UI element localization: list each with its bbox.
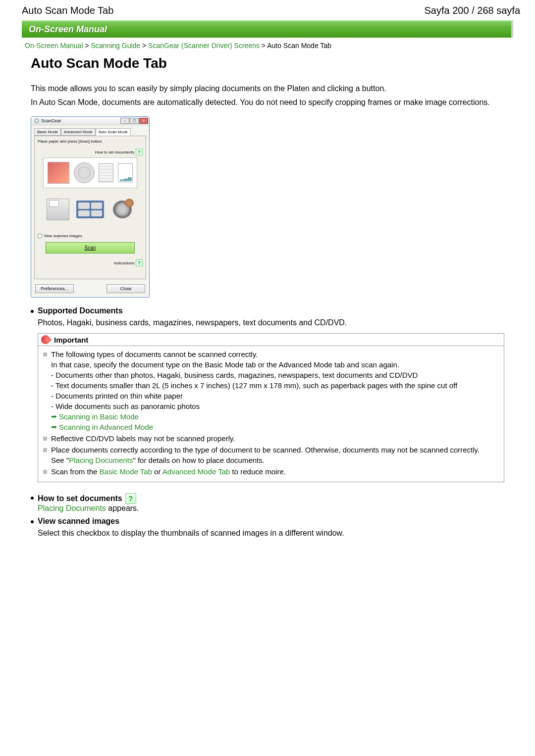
help-icon[interactable]: ? <box>136 149 143 155</box>
document-thumbnails-row-1 <box>43 157 137 188</box>
how-to-set-label: How to set documents <box>95 150 134 154</box>
link-scanning-basic-mode[interactable]: Scanning in Basic Mode <box>59 411 139 422</box>
close-button[interactable]: Close <box>107 284 145 293</box>
scan-button[interactable]: Scan <box>46 242 135 253</box>
important-label: Important <box>54 336 88 344</box>
preferences-button[interactable]: Preferences... <box>35 284 74 293</box>
breadcrumb-link-screens[interactable]: ScanGear (Scanner Driver) Screens <box>148 42 260 50</box>
important-box: Important The following types of documen… <box>38 333 504 482</box>
text-doc-thumbnail-icon <box>99 163 113 182</box>
important-item-4: Scan from the Basic Mode Tab or Advanced… <box>51 466 286 477</box>
important-item-1b: In that case, specify the document type … <box>51 359 457 370</box>
important-item-3b: See "Placing Documents" for details on h… <box>51 455 480 465</box>
cards-thumbnail-icon <box>76 201 104 218</box>
important-item-1d: - Text documents smaller than 2L (5 inch… <box>51 380 457 391</box>
close-window-button[interactable]: ✕ <box>139 118 148 124</box>
document-thumbnails-row-2 <box>43 194 137 225</box>
minimize-button[interactable]: – <box>120 118 129 124</box>
bullet-icon <box>31 520 34 523</box>
maximize-button[interactable]: ▢ <box>130 118 139 124</box>
breadcrumb-link-manual[interactable]: On-Screen Manual <box>25 42 83 50</box>
supported-documents-heading: Supported Documents <box>38 306 504 315</box>
square-bullet-icon <box>43 353 47 356</box>
scangear-screenshot: ScanGear – ▢ ✕ Basic Mode Advanced Mode … <box>31 116 150 298</box>
place-paper-text: Place paper and press [Scan] button. <box>38 139 143 144</box>
cd-thumbnail-icon <box>74 162 95 183</box>
photo-thumbnail-icon <box>48 162 69 184</box>
breadcrumb-link-guide[interactable]: Scanning Guide <box>91 42 140 50</box>
intro-p2: In Auto Scan Mode, documents are automat… <box>31 97 504 108</box>
how-to-set-heading: How to set documents <box>38 494 122 503</box>
instructions-label: Instructions <box>114 261 134 265</box>
link-scanning-advanced-mode[interactable]: Scanning in Advanced Mode <box>59 422 153 432</box>
tab-auto-scan-mode[interactable]: Auto Scan Mode <box>96 128 131 136</box>
view-scanned-checkbox-input[interactable] <box>38 234 42 238</box>
view-scanned-heading: View scanned images <box>38 517 504 526</box>
tab-basic-mode[interactable]: Basic Mode <box>34 128 61 136</box>
bullet-icon <box>31 497 34 500</box>
help-icon[interactable]: ? <box>125 493 136 504</box>
view-scanned-checkbox[interactable]: View scanned images <box>38 234 143 238</box>
page-title: Auto Scan Mode Tab <box>31 55 504 71</box>
important-icon <box>41 335 51 344</box>
help-icon[interactable]: ? <box>136 259 143 266</box>
header-left: Auto Scan Mode Tab <box>22 5 113 16</box>
link-advanced-mode-tab[interactable]: Advanced Mode Tab <box>162 467 230 476</box>
link-placing-documents[interactable]: Placing Documents <box>38 504 106 512</box>
important-item-2: Reflective CD/DVD labels may not be scan… <box>51 433 235 444</box>
square-bullet-icon <box>43 448 47 452</box>
arrow-icon: ➡ <box>51 422 57 432</box>
link-placing-documents[interactable]: Placing Documents <box>69 456 133 464</box>
arrow-icon: ➡ <box>51 412 57 422</box>
breadcrumb-current: Auto Scan Mode Tab <box>267 42 331 50</box>
square-bullet-icon <box>43 470 47 474</box>
view-scanned-text: Select this checkbox to display the thum… <box>38 529 504 538</box>
how-to-set-text: Placing Documents appears. <box>38 504 504 513</box>
square-bullet-icon <box>43 437 47 441</box>
hagaki-thumbnail-icon <box>47 199 69 220</box>
header-right: Sayfa 200 / 268 sayfa <box>425 5 520 16</box>
important-item-1e: - Documents printed on thin white paper <box>51 391 457 401</box>
tab-advanced-mode[interactable]: Advanced Mode <box>61 128 96 136</box>
important-item-1a: The following types of documents cannot … <box>51 349 457 359</box>
breadcrumb: On-Screen Manual > Scanning Guide > Scan… <box>22 38 513 55</box>
important-item-1f: - Wide documents such as panoramic photo… <box>51 401 457 411</box>
intro-p1: This mode allows you to scan easily by s… <box>31 83 504 94</box>
app-icon <box>34 118 39 123</box>
window-title: ScanGear <box>41 118 61 123</box>
cd-dvd-thumbnail-icon <box>111 199 134 220</box>
chart-doc-thumbnail-icon <box>118 163 133 182</box>
bullet-icon <box>31 310 34 313</box>
link-basic-mode-tab[interactable]: Basic Mode Tab <box>100 467 152 476</box>
supported-documents-text: Photos, Hagaki, business cards, magazine… <box>38 318 504 327</box>
important-item-1c: - Documents other than photos, Hagaki, b… <box>51 370 457 380</box>
manual-banner: On-Screen Manual <box>22 20 513 38</box>
important-item-3a: Place documents correctly according to t… <box>51 445 480 455</box>
page-header: Auto Scan Mode Tab Sayfa 200 / 268 sayfa <box>0 0 535 20</box>
